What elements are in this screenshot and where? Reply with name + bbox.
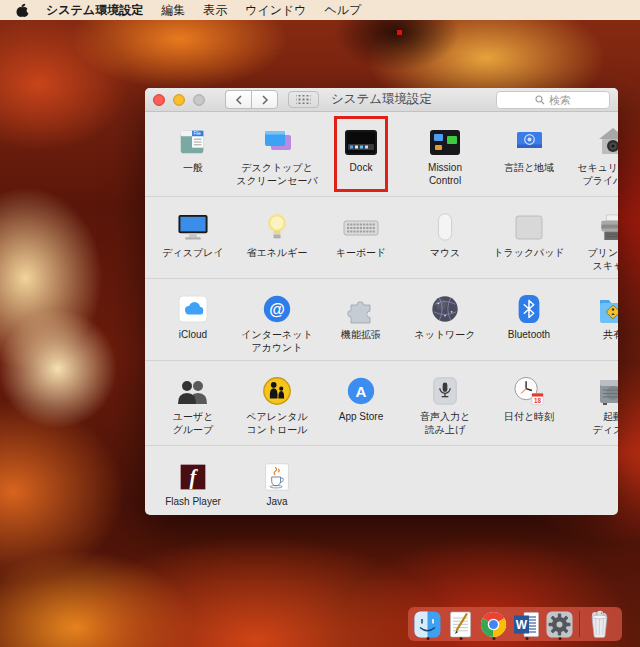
menu-item-window[interactable]: ウインドウ (236, 0, 315, 20)
pref-icloud[interactable]: iCloud (151, 287, 235, 360)
pref-bluetooth[interactable]: Bluetooth (487, 287, 571, 360)
extensions-icon (345, 287, 377, 325)
pref-keyboard[interactable]: キーボード (319, 205, 403, 278)
pref-sharing[interactable]: 共有 (571, 287, 618, 360)
pref-parental-controls[interactable]: ペアレンタル コントロール (235, 369, 319, 445)
pref-label: 省エネルギー (235, 247, 319, 260)
pref-dictation-speech[interactable]: 音声入力と 読み上げ (403, 369, 487, 445)
pref-printers-scanners[interactable]: プリンタと スキャナ (571, 205, 618, 278)
pref-label: プリンタと スキャナ (571, 247, 618, 272)
pref-label: 日付と時刻 (487, 411, 571, 424)
pref-label: 起動 ディスク (571, 411, 618, 436)
pref-security-privacy[interactable]: セキュリティと プライバシー (571, 120, 618, 196)
pref-extensions[interactable]: 機能拡張 (319, 287, 403, 360)
show-all-button[interactable] (288, 91, 319, 108)
printers-scanners-icon (596, 205, 618, 243)
pref-app-store[interactable]: A App Store (319, 369, 403, 445)
svg-text:A: A (356, 383, 367, 400)
energy-saver-icon (262, 205, 292, 243)
pref-label: インターネット アカウント (235, 329, 319, 354)
pref-row-4: ユーザと グループ ペアレンタル コントロール A Ap (145, 361, 618, 446)
dock-finder[interactable] (414, 608, 441, 640)
forward-button[interactable] (251, 90, 278, 109)
dock-word[interactable]: W (513, 608, 540, 640)
pref-desktop-screensaver[interactable]: デスクトップと スクリーンセーバ (235, 120, 319, 196)
pref-language-region[interactable]: 言語と地域 (487, 120, 571, 196)
pref-flash-player[interactable]: f Flash Player (151, 454, 235, 515)
java-icon (263, 454, 291, 492)
pref-mouse[interactable]: マウス (403, 205, 487, 278)
users-groups-icon (176, 369, 210, 407)
finder-icon (414, 611, 441, 638)
trackpad-icon (513, 205, 545, 243)
pref-label: Mission Control (403, 162, 487, 187)
trash-icon (588, 610, 611, 638)
app-store-icon: A (345, 369, 377, 407)
menu-item-app[interactable]: システム環境設定 (37, 0, 152, 20)
pref-label: トラックパッド (487, 247, 571, 260)
search-placeholder: 検索 (549, 93, 571, 108)
pref-java[interactable]: Java (235, 454, 319, 515)
running-indicator (426, 637, 429, 640)
dock-textedit[interactable] (447, 608, 474, 640)
pref-label: ネットワーク (403, 329, 487, 342)
pref-internet-accounts[interactable]: @ インターネット アカウント (235, 287, 319, 360)
date-time-icon: 18 (512, 369, 546, 407)
apple-menu[interactable] (16, 3, 29, 18)
word-icon: W (513, 611, 540, 638)
pref-label: 機能拡張 (319, 329, 403, 342)
dock-system-preferences[interactable] (546, 608, 573, 640)
menu-item-view[interactable]: 表示 (194, 0, 236, 20)
window-titlebar: システム環境設定 検索 (145, 88, 618, 112)
pref-row-3: iCloud @ インターネット アカウント 機能拡張 (145, 279, 618, 361)
dock-chrome[interactable] (480, 608, 507, 640)
dock-trash[interactable] (586, 608, 613, 640)
svg-text:18: 18 (534, 397, 542, 404)
pref-mission-control[interactable]: Mission Control (403, 120, 487, 196)
minimize-button[interactable] (173, 94, 185, 106)
chrome-icon (480, 611, 507, 638)
parental-controls-icon (261, 369, 293, 407)
pref-general[interactable]: File 一般 (151, 120, 235, 196)
displays-icon (175, 205, 211, 243)
dock-bar: W (408, 607, 622, 641)
running-indicator (459, 637, 462, 640)
icloud-icon (176, 287, 210, 325)
svg-text:W: W (516, 618, 528, 632)
security-privacy-icon (596, 120, 618, 158)
svg-text:File: File (193, 131, 201, 136)
pref-trackpad[interactable]: トラックパッド (487, 205, 571, 278)
pref-label: ユーザと グループ (151, 411, 235, 436)
pref-users-groups[interactable]: ユーザと グループ (151, 369, 235, 445)
pref-network[interactable]: ネットワーク (403, 287, 487, 360)
menu-item-help[interactable]: ヘルプ (316, 0, 371, 20)
pref-displays[interactable]: ディスプレイ (151, 205, 235, 278)
pref-label: キーボード (319, 247, 403, 260)
pref-label: Java (235, 496, 319, 509)
pref-label: 音声入力と 読み上げ (403, 411, 487, 436)
desktop-screensaver-icon (260, 120, 294, 158)
dock-separator (579, 611, 580, 637)
svg-text:@: @ (269, 301, 285, 318)
bluetooth-icon (516, 287, 542, 325)
pref-label: Dock (319, 162, 403, 175)
pref-row-2: ディスプレイ 省エネルギー (145, 197, 618, 279)
search-icon (535, 95, 545, 105)
back-button[interactable] (225, 90, 251, 109)
pref-label: 言語と地域 (487, 162, 571, 175)
menu-item-edit[interactable]: 編集 (152, 0, 194, 20)
pref-row-5: f Flash Player Java (145, 446, 618, 515)
pref-energy-saver[interactable]: 省エネルギー (235, 205, 319, 278)
pref-label: デスクトップと スクリーンセーバ (235, 162, 319, 187)
pref-label: Bluetooth (487, 329, 571, 342)
pref-dock[interactable]: Dock (319, 120, 403, 196)
general-icon: File (177, 120, 209, 158)
pref-startup-disk[interactable]: 起動 ディスク (571, 369, 618, 445)
network-icon (429, 287, 461, 325)
flash-player-icon: f (178, 454, 208, 492)
sharing-icon (596, 287, 618, 325)
close-button[interactable] (153, 94, 165, 106)
search-field[interactable]: 検索 (496, 91, 610, 109)
pref-date-time[interactable]: 18 日付と時刻 (487, 369, 571, 445)
pref-label: 一般 (151, 162, 235, 175)
